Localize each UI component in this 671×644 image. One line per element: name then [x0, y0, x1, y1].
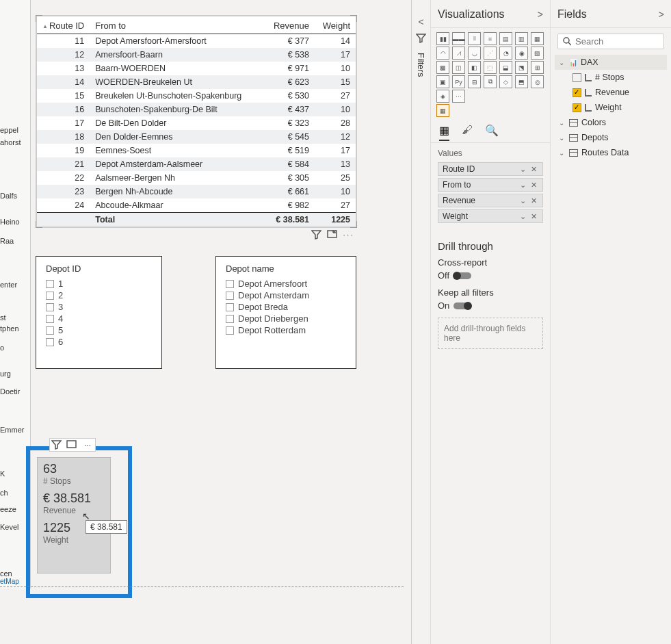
slicer-item[interactable]: 4: [46, 313, 152, 324]
slicer-item[interactable]: Depot Driebergen: [226, 313, 346, 324]
expand-icon[interactable]: ⌄: [559, 134, 566, 142]
column-header-from-to[interactable]: From to: [90, 16, 267, 34]
resize-handle[interactable]: [350, 15, 357, 22]
viz-type-selected[interactable]: ▦: [436, 104, 449, 117]
viz-type-icon[interactable]: ◠: [436, 47, 449, 60]
checkbox-icon[interactable]: [226, 315, 234, 323]
viz-type-icon[interactable]: ⊞: [531, 61, 544, 74]
table-row[interactable]: 23Bergen Nh-Abcoude€ 66110: [37, 185, 356, 198]
slicer-item[interactable]: 3: [46, 301, 152, 313]
more-options-icon[interactable]: ···: [343, 229, 354, 240]
viz-type-icon[interactable]: ⫴: [468, 32, 481, 45]
chevron-right-icon[interactable]: >: [659, 9, 664, 20]
viz-type-icon[interactable]: ◉: [515, 47, 528, 60]
slicer-item[interactable]: 6: [46, 336, 152, 348]
resize-handle[interactable]: [36, 15, 42, 22]
checkbox-icon[interactable]: [46, 280, 54, 288]
table-row[interactable]: 15Breukelen Ut-Bunschoten-Spakenburg€ 53…: [37, 89, 356, 103]
field-dropdown-icon[interactable]: ⌄ ✕: [520, 212, 538, 221]
viz-type-icon[interactable]: ⊟: [468, 75, 481, 88]
viz-type-icon[interactable]: Py: [452, 75, 465, 88]
chevron-left-icon[interactable]: <: [418, 16, 423, 27]
viz-type-icon[interactable]: ⬒: [515, 75, 528, 88]
viz-type-icon[interactable]: ◔: [499, 47, 512, 60]
checkbox-icon[interactable]: [46, 303, 54, 311]
field-item[interactable]: # Stops: [568, 70, 667, 85]
collapse-icon[interactable]: ⌄: [559, 59, 566, 66]
checkbox-icon[interactable]: [226, 280, 234, 288]
column-header-route-id[interactable]: Route ID: [37, 16, 90, 34]
field-item[interactable]: Weight: [568, 100, 667, 115]
viz-type-icon[interactable]: ▬▬: [452, 32, 465, 45]
viz-type-icon[interactable]: ⬔: [515, 61, 528, 74]
viz-type-icon[interactable]: ◎: [531, 75, 544, 88]
viz-type-icon[interactable]: ▩: [436, 61, 449, 74]
value-field-pill[interactable]: Weight⌄ ✕: [438, 209, 543, 223]
checkbox-icon[interactable]: [46, 315, 54, 323]
filter-icon[interactable]: [51, 439, 64, 450]
filter-icon[interactable]: [311, 229, 321, 240]
focus-mode-icon[interactable]: [327, 229, 337, 240]
viz-type-icon[interactable]: ◈: [436, 90, 449, 103]
slicer-item[interactable]: 2: [46, 289, 152, 301]
viz-type-icon[interactable]: ▤: [499, 32, 512, 45]
checkbox-icon[interactable]: [46, 292, 54, 300]
table-item[interactable]: ⌄Routes Data: [555, 145, 667, 160]
viz-type-icon[interactable]: ▣: [436, 75, 449, 88]
viz-type-icon[interactable]: ⬚: [484, 61, 497, 74]
viz-type-icon[interactable]: ⬓: [499, 61, 512, 74]
more-options-icon[interactable]: ···: [81, 439, 94, 450]
viz-type-icon[interactable]: ◡: [468, 47, 481, 60]
column-header-revenue[interactable]: Revenue: [267, 16, 315, 34]
table-item[interactable]: ⌄Colors: [555, 115, 667, 130]
column-header-weight[interactable]: Weight: [315, 16, 356, 34]
viz-type-icon[interactable]: ⋰: [484, 47, 497, 60]
format-tab[interactable]: 🖌: [462, 124, 473, 141]
analytics-tab[interactable]: 🔍: [485, 124, 499, 141]
slicer-depot-id[interactable]: Depot ID 123456: [36, 256, 162, 369]
viz-type-icon[interactable]: ⋯: [452, 90, 465, 103]
table-row[interactable]: 24Abcoude-Alkmaar€ 98227: [37, 198, 356, 213]
table-row[interactable]: 17De Bilt-Den Dolder€ 32328: [37, 116, 356, 130]
viz-type-icon[interactable]: ▦: [531, 32, 544, 45]
viz-type-icon[interactable]: ≡: [484, 32, 497, 45]
viz-type-icon[interactable]: ⩘: [452, 47, 465, 60]
filters-pane-collapsed[interactable]: < Filters: [412, 0, 431, 644]
checkbox-icon[interactable]: [573, 103, 581, 112]
checkbox-icon[interactable]: [573, 73, 581, 82]
field-dropdown-icon[interactable]: ⌄ ✕: [520, 181, 538, 190]
table-row[interactable]: 19Eemnes-Soest€ 51917: [37, 144, 356, 157]
checkbox-icon[interactable]: [573, 88, 581, 97]
slicer-item[interactable]: 5: [46, 324, 152, 336]
slicer-item[interactable]: 1: [46, 278, 152, 289]
drill-through-drop[interactable]: Add drill-through fields here: [438, 318, 543, 349]
table-row[interactable]: 16Bunschoten-Spakenburg-De Bilt€ 43710: [37, 103, 356, 116]
checkbox-icon[interactable]: [46, 326, 54, 335]
table-row[interactable]: 12Amersfoort-Baarn€ 53817: [37, 48, 356, 62]
viz-type-icon[interactable]: ▥: [515, 32, 528, 45]
table-dax[interactable]: ⌄ DAX: [555, 55, 667, 70]
table-row[interactable]: 14WOERDEN-Breukelen Ut€ 62315: [37, 75, 356, 89]
value-field-pill[interactable]: Revenue⌄ ✕: [438, 194, 543, 207]
viz-type-icon[interactable]: ▮▮: [436, 32, 449, 45]
keep-filters-toggle[interactable]: On: [438, 300, 543, 311]
fields-tab[interactable]: ▦: [439, 124, 449, 141]
slicer-item[interactable]: Depot Amsterdam: [226, 289, 346, 301]
search-input[interactable]: [575, 36, 659, 47]
viz-type-icon[interactable]: ⧉: [484, 75, 497, 88]
slicer-item[interactable]: Depot Rotterdam: [226, 324, 346, 336]
checkbox-icon[interactable]: [226, 326, 234, 335]
viz-type-icon[interactable]: ◇: [499, 75, 512, 88]
field-dropdown-icon[interactable]: ⌄ ✕: [520, 196, 538, 205]
slicer-depot-name[interactable]: Depot name Depot AmersfoortDepot Amsterd…: [215, 256, 356, 369]
table-row[interactable]: 13Baarn-WOERDEN€ 97110: [37, 62, 356, 75]
table-row[interactable]: 22Aalsmeer-Bergen Nh€ 30525: [37, 171, 356, 185]
table-row[interactable]: 21Depot Amsterdam-Aalsmeer€ 58413: [37, 157, 356, 171]
slicer-item[interactable]: Depot Amersfoort: [226, 278, 346, 289]
field-item[interactable]: Revenue: [568, 85, 667, 100]
checkbox-icon[interactable]: [46, 338, 54, 346]
slicer-item[interactable]: Depot Breda: [226, 301, 346, 313]
cross-report-toggle[interactable]: Off: [438, 270, 543, 281]
fields-search[interactable]: [557, 34, 664, 49]
table-visual[interactable]: Route ID From to Revenue Weight 11Depot …: [36, 15, 357, 228]
